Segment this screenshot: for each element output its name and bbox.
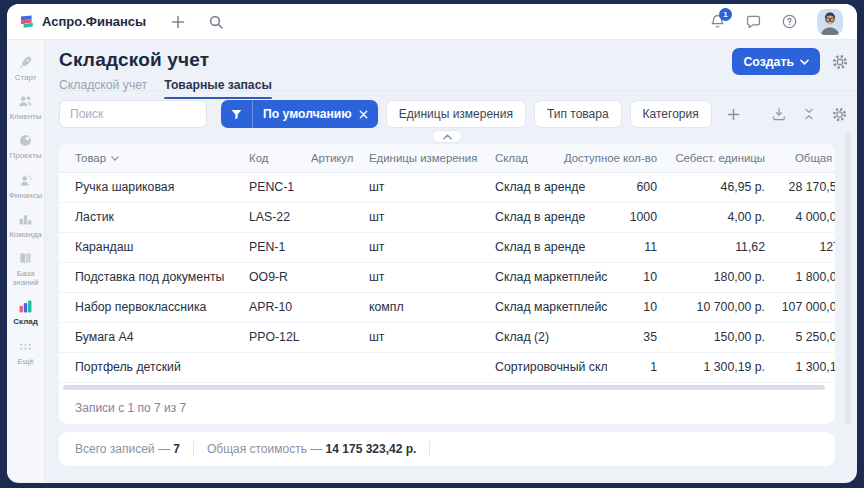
total-records-value: 7 xyxy=(173,442,180,456)
team-icon xyxy=(17,211,34,228)
create-button[interactable]: Создать xyxy=(732,48,820,75)
total-cost-value: 14 175 323,42 р. xyxy=(326,442,417,456)
table-row[interactable]: Ручка шариковаяPENC-1штСклад в аренде600… xyxy=(59,172,835,202)
cell-unit: шт xyxy=(355,172,481,202)
cell-article xyxy=(297,172,355,202)
column-header-code[interactable]: Код xyxy=(235,144,297,172)
column-header-product[interactable]: Товар xyxy=(59,144,235,172)
filter-button-units[interactable]: Единицы измерения xyxy=(386,100,526,128)
cell-unit: шт xyxy=(355,232,481,262)
total-cost-label: Общая стоимость — xyxy=(207,442,322,456)
topbar-actions: 1 xyxy=(709,9,843,35)
chat-icon[interactable] xyxy=(745,13,762,30)
sidebar-item-team[interactable]: Команда xyxy=(7,211,45,239)
sidebar-item-start[interactable]: Старт xyxy=(7,54,45,82)
remove-filter-icon[interactable] xyxy=(359,110,378,119)
cell-unit xyxy=(355,352,481,382)
collapse-filters-pill-row xyxy=(59,129,835,143)
cell-unit-cost: 46,95 р. xyxy=(673,172,781,202)
horizontal-scrollbar[interactable] xyxy=(59,383,835,393)
table-row[interactable]: Набор первоклассникаAPR-10комплСклад мар… xyxy=(59,292,835,322)
brand-icon xyxy=(19,14,35,30)
horizontal-scrollbar-thumb[interactable] xyxy=(63,385,825,390)
table-row[interactable]: КарандашPEN-1штСклад в аренде1111,62127,… xyxy=(59,232,835,262)
cell-product: Ручка шариковая xyxy=(59,172,235,202)
filter-button-category[interactable]: Категория xyxy=(630,100,712,128)
add-filter-icon[interactable] xyxy=(726,107,741,122)
search-icon[interactable] xyxy=(208,14,224,30)
collapse-rows-icon[interactable] xyxy=(802,107,816,121)
cell-warehouse: Склад (2) xyxy=(481,322,607,352)
cell-code: PEN-1 xyxy=(235,232,297,262)
cell-total: 28 170,50 р. xyxy=(781,172,835,202)
finance-icon xyxy=(17,172,34,189)
cell-qty: 35 xyxy=(607,322,673,352)
sidebar-item-more[interactable]: Ещё xyxy=(7,338,45,366)
topbar: Аспро.Финансы 1 xyxy=(7,4,857,40)
sidebar-item-label: Склад xyxy=(13,317,38,326)
cell-unit-cost: 180,00 р. xyxy=(673,262,781,292)
column-header-total-cost[interactable]: Общая стоимость xyxy=(781,144,835,172)
table-row[interactable]: ЛастикLAS-22штСклад в аренде10004,00 р.4… xyxy=(59,202,835,232)
filter-funnel-icon[interactable] xyxy=(221,100,253,128)
cell-article xyxy=(297,292,355,322)
sidebar: Старт Клиенты Проекты Финансы Команда Ба… xyxy=(7,40,45,482)
sort-chevron-icon xyxy=(111,156,119,161)
column-header-available-qty[interactable]: Доступное кол-во xyxy=(607,144,673,172)
table-actions xyxy=(771,106,848,123)
cell-unit: шт xyxy=(355,262,481,292)
cell-total: 1 300,19 р. xyxy=(781,352,835,382)
chevron-down-icon xyxy=(800,59,809,65)
filter-bar: По умолчанию Единицы измерения Тип товар… xyxy=(59,100,857,128)
table-row[interactable]: Подставка под документыOO9-RштСклад марк… xyxy=(59,262,835,292)
cell-product: Портфель детский xyxy=(59,352,235,382)
create-button-label: Создать xyxy=(743,55,794,69)
filter-button-product-type[interactable]: Тип товара xyxy=(534,100,622,128)
warehouse-icon xyxy=(17,298,34,315)
cell-total: 127,82 xyxy=(781,232,835,262)
app-logo[interactable]: Аспро.Финансы xyxy=(19,14,146,30)
notifications-bell-icon[interactable]: 1 xyxy=(709,13,726,30)
cell-unit-cost: 11,62 xyxy=(673,232,781,262)
cell-warehouse: Склад в аренде xyxy=(481,202,607,232)
cell-product: Карандаш xyxy=(59,232,235,262)
sidebar-item-warehouse[interactable]: Склад xyxy=(7,298,45,326)
cell-code: PENC-1 xyxy=(235,172,297,202)
cell-product: Бумага А4 xyxy=(59,322,235,352)
main-content: Складской учет Складской учет Товарные з… xyxy=(45,40,857,482)
table-row[interactable]: Портфель детскийСортировочный склад11 30… xyxy=(59,352,835,382)
collapse-filters-button[interactable] xyxy=(432,130,462,143)
column-header-article[interactable]: Артикул xyxy=(297,144,355,172)
sidebar-item-label: Ещё xyxy=(17,357,33,366)
help-icon[interactable] xyxy=(781,13,798,30)
cell-article xyxy=(297,232,355,262)
sidebar-item-finance[interactable]: Финансы xyxy=(7,172,45,200)
summary-bar: Всего записей — 7 Общая стоимость — 14 1… xyxy=(59,432,835,466)
tab-goods-stock[interactable]: Товарные запасы xyxy=(164,78,272,98)
sidebar-item-knowledge-base[interactable]: База знаний xyxy=(7,250,45,287)
sidebar-item-clients[interactable]: Клиенты xyxy=(7,93,45,121)
page-settings-gear-icon[interactable] xyxy=(831,53,849,71)
more-dots-icon xyxy=(17,338,34,355)
cell-total: 1 800,00 р. xyxy=(781,262,835,292)
notification-badge: 1 xyxy=(719,8,732,21)
search-input[interactable] xyxy=(59,100,207,128)
cell-unit-cost: 1 300,19 р. xyxy=(673,352,781,382)
sidebar-item-label: Клиенты xyxy=(9,112,41,121)
add-icon[interactable] xyxy=(170,14,186,30)
user-avatar[interactable] xyxy=(817,9,843,35)
download-icon[interactable] xyxy=(771,106,787,122)
vertical-scrollbar[interactable] xyxy=(845,132,851,425)
cell-product: Набор первоклассника xyxy=(59,292,235,322)
table-settings-gear-icon[interactable] xyxy=(831,106,848,123)
sidebar-item-projects[interactable]: Проекты xyxy=(7,132,45,160)
column-header-units[interactable]: Единицы измерения xyxy=(355,144,481,172)
column-header-unit-cost[interactable]: Себест. единицы xyxy=(673,144,781,172)
active-filter-chip[interactable]: По умолчанию xyxy=(221,100,378,128)
tab-warehouse-accounting[interactable]: Складской учет xyxy=(59,78,147,98)
cell-code: LAS-22 xyxy=(235,202,297,232)
table-row[interactable]: Бумага А4PPO-12LштСклад (2)35150,00 р.5 … xyxy=(59,322,835,352)
sidebar-item-label: Проекты xyxy=(9,151,41,160)
cell-unit-cost: 150,00 р. xyxy=(673,322,781,352)
cell-qty: 10 xyxy=(607,292,673,322)
